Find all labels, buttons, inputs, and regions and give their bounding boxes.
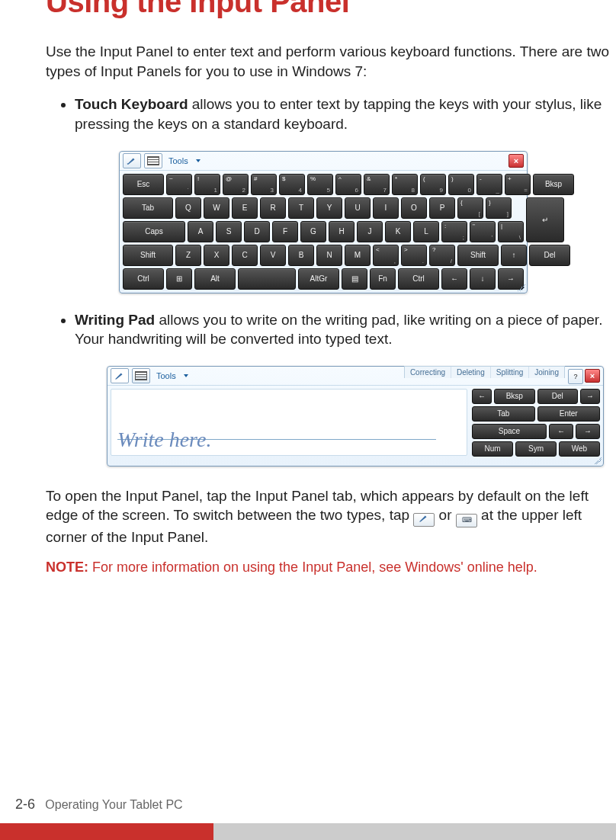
key-j[interactable]: J [357,221,383,242]
key-slash[interactable]: ?/ [429,245,455,266]
key-shift-left[interactable]: Shift [123,245,173,266]
key-comma[interactable]: <, [373,245,399,266]
key-c[interactable]: C [232,245,258,266]
key-3[interactable]: #3 [251,174,277,195]
help-button[interactable]: ? [568,369,583,384]
key-w[interactable]: W [204,197,229,219]
key-down[interactable]: ↓ [470,268,496,290]
key-0[interactable]: )0 [448,174,474,195]
writing-area[interactable]: Write here. [111,389,467,456]
side-key-right[interactable]: → [580,389,600,404]
key-shift-right[interactable]: Shift [457,245,499,266]
writing-placeholder: Write here. [117,428,211,452]
key-g[interactable]: G [300,221,326,242]
key-x[interactable]: X [204,245,229,266]
side-key-tab[interactable]: Tab [472,406,535,422]
writing-mode-button[interactable] [123,153,141,168]
key-tab[interactable]: Tab [123,197,173,219]
key-p[interactable]: P [429,197,455,219]
side-key-arrow-right[interactable]: → [576,424,600,439]
key-7[interactable]: &7 [364,174,390,195]
side-key-web[interactable]: Web [559,441,600,457]
key-ctrl-left[interactable]: Ctrl [123,268,164,290]
key-b[interactable]: B [288,245,314,266]
bullet-writing-pad: Writing Pad allows you to write on the w… [75,310,616,349]
side-key-del[interactable]: Del [537,389,579,404]
tab-deleting[interactable]: Deleting [451,367,491,378]
tab-correcting[interactable]: Correcting [405,367,451,378]
key-rbracket[interactable]: }] [486,197,512,219]
key-h[interactable]: H [329,221,355,242]
side-key-num[interactable]: Num [472,441,513,457]
note-label: NOTE: [46,559,88,575]
key-a[interactable]: A [188,221,213,242]
key-quote[interactable]: "' [470,221,496,242]
key-4[interactable]: $4 [279,174,305,195]
key-5[interactable]: %5 [307,174,333,195]
writing-mode-button[interactable] [111,368,129,383]
key-v[interactable]: V [260,245,286,266]
key-grave[interactable]: ~` [166,174,192,195]
key-o[interactable]: O [401,197,427,219]
side-key-arrow-left[interactable]: ← [549,424,573,439]
key-6[interactable]: ^6 [335,174,361,195]
side-key-sym[interactable]: Sym [515,441,557,457]
side-key-enter[interactable]: Enter [537,406,601,422]
key-ctrl-right[interactable]: Ctrl [398,268,439,290]
resize-handle-icon[interactable] [518,284,525,291]
key-e[interactable]: E [232,197,258,219]
key-menu[interactable]: ▤ [342,268,367,290]
side-key-left[interactable]: ← [472,389,492,404]
key-2[interactable]: @2 [223,174,249,195]
key-9[interactable]: (9 [420,174,446,195]
key-f[interactable]: F [272,221,298,242]
key-space[interactable] [238,268,296,290]
tab-joining[interactable]: Joining [529,367,564,378]
close-button[interactable]: × [585,369,600,383]
key-k[interactable]: K [385,221,411,242]
tab-splitting[interactable]: Splitting [491,367,530,378]
key-t[interactable]: T [288,197,314,219]
key-left[interactable]: ← [441,268,467,290]
bullet-touch-keyboard: Touch Keyboard allows you to enter text … [75,95,616,133]
key-fn[interactable]: Fn [370,268,396,290]
key-backslash[interactable]: |\ [498,221,524,242]
close-button[interactable]: × [509,154,524,168]
key-equals[interactable]: += [505,174,531,195]
key-8[interactable]: *8 [392,174,418,195]
tools-menu[interactable]: Tools [153,371,179,380]
key-enter[interactable]: ↵ [526,197,564,242]
keyboard-mode-button[interactable] [132,368,150,383]
key-u[interactable]: U [345,197,371,219]
key-q[interactable]: Q [175,197,201,219]
writing-pad-figure: Tools ? × Correcting Deleting Splitting … [107,366,604,466]
keyboard-mode-button[interactable] [144,153,162,168]
key-semicolon[interactable]: :; [441,221,467,242]
key-period[interactable]: >. [401,245,427,266]
key-esc[interactable]: Esc [123,174,164,195]
key-n[interactable]: N [316,245,342,266]
key-caps[interactable]: Caps [123,221,185,242]
key-bksp[interactable]: Bksp [533,174,574,195]
side-key-bksp[interactable]: Bksp [494,389,535,404]
note-paragraph: NOTE: For more information on using the … [46,558,616,576]
key-l[interactable]: L [413,221,439,242]
resize-handle-icon[interactable] [594,457,602,464]
key-minus[interactable]: -_ [476,174,502,195]
key-s[interactable]: S [216,221,242,242]
side-key-space[interactable]: Space [472,424,547,439]
key-r[interactable]: R [260,197,286,219]
key-y[interactable]: Y [316,197,342,219]
key-i[interactable]: I [373,197,399,219]
key-d[interactable]: D [244,221,270,242]
tools-menu[interactable]: Tools [165,156,191,165]
key-del[interactable]: Del [529,245,570,266]
key-up[interactable]: ↑ [501,245,527,266]
key-1[interactable]: !1 [194,174,220,195]
key-lbracket[interactable]: {[ [457,197,483,219]
key-alt[interactable]: Alt [194,268,236,290]
key-m[interactable]: M [345,245,371,266]
key-altgr[interactable]: AltGr [298,268,339,290]
key-win[interactable]: ⊞ [166,268,192,290]
key-z[interactable]: Z [175,245,201,266]
